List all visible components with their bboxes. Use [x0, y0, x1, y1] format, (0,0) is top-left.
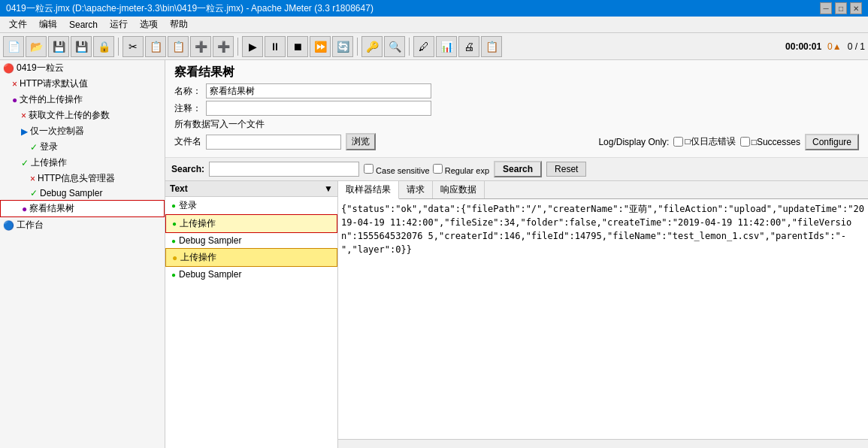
sidebar-item-http-default[interactable]: × HTTP请求默认值	[0, 76, 165, 92]
sidebar-item-get-params[interactable]: × 获取文件上传的参数	[0, 107, 165, 123]
sidebar-item-view-results[interactable]: ● 察看结果树	[0, 200, 165, 217]
comment-input[interactable]	[206, 101, 431, 116]
menu-options[interactable]: 选项	[134, 17, 164, 32]
sidebar-item-workspace[interactable]: 🔵 工作台	[0, 217, 165, 233]
debug1-result-label: Debug Sampler	[179, 235, 241, 246]
results-panel: Text ▼ ● 登录 ● 上传操作 ● Debug Sampler ●	[165, 181, 868, 448]
collapse-arrow[interactable]: ▼	[324, 183, 333, 194]
search-button[interactable]: Search	[494, 161, 542, 177]
tab-sampler-result[interactable]: 取样器结果	[338, 181, 399, 199]
result-login[interactable]: ● 登录	[165, 197, 337, 214]
toolbar-save[interactable]: 💾	[48, 36, 69, 57]
upload-op-icon: ✓	[21, 158, 29, 168]
sidebar-item-login[interactable]: ✓ 登录	[0, 139, 165, 155]
filename-row: 文件名 浏览 Log/Display Only: □仅日志错误 □Success…	[174, 133, 859, 150]
toolbar-pause[interactable]: ⏸	[265, 36, 286, 57]
toolbar-jmeter-properties[interactable]: 🖨	[458, 36, 479, 57]
toolbar-cut[interactable]: ✂	[122, 36, 144, 57]
sidebar-item-debug-sampler[interactable]: ✓ Debug Sampler	[0, 186, 165, 200]
result-debug2[interactable]: ● Debug Sampler	[165, 267, 337, 282]
menu-run[interactable]: 运行	[104, 17, 134, 32]
toolbar-paste[interactable]: 📋	[168, 36, 189, 57]
result-tabs: 取样器结果 请求 响应数据	[338, 181, 868, 199]
close-button[interactable]: ✕	[850, 2, 862, 14]
log-errors-checkbox-label[interactable]: □仅日志错误	[673, 135, 735, 148]
toolbar-open[interactable]: 📂	[26, 36, 47, 57]
sidebar-item-file-upload[interactable]: ● 文件的上传操作	[0, 92, 165, 107]
toolbar-log-viewer[interactable]: 📋	[481, 36, 502, 57]
toolbar-new[interactable]: 📄	[3, 36, 24, 57]
toolbar-copy[interactable]: 📋	[145, 36, 166, 57]
comment-row: 注释：	[174, 101, 859, 116]
regular-exp-label[interactable]: Regular exp	[433, 164, 489, 175]
toolbar-expand[interactable]: ➕	[190, 36, 211, 57]
debug2-status-dot: ●	[171, 271, 176, 279]
sidebar-item-once-ctrl[interactable]: ▶ 仅一次控制器	[0, 123, 165, 139]
toolbar-play[interactable]: ▶	[242, 36, 263, 57]
upload1-status-dot: ●	[172, 219, 177, 228]
toolbar-collapse[interactable]: ➕	[213, 36, 234, 57]
menu-bar: 文件 编辑 Search 运行 选项 帮助	[0, 17, 868, 33]
toolbar-revert[interactable]: 🔒	[93, 36, 114, 57]
sidebar-item-http-header[interactable]: × HTTP信息头管理器	[0, 171, 165, 186]
login-result-label: 登录	[179, 199, 197, 212]
search-bar: Search: Case sensitive Regular exp Searc…	[165, 158, 868, 181]
view-results-label: 察看结果树	[29, 202, 74, 215]
toolbar-save-all[interactable]: 💾	[71, 36, 92, 57]
name-label: 名称：	[174, 85, 201, 98]
view-results-icon: ●	[22, 204, 27, 214]
name-input[interactable]	[206, 83, 431, 98]
response-content: {"status":"ok","data":{"filePath":"/","c…	[338, 199, 868, 439]
log-successes-checkbox-label[interactable]: □Successes	[740, 137, 800, 147]
maximize-button[interactable]: □	[835, 2, 847, 14]
get-params-icon: ×	[21, 110, 26, 121]
menu-help[interactable]: 帮助	[164, 17, 194, 32]
toolbar-function[interactable]: 🖊	[413, 36, 434, 57]
workspace-label: 工作台	[17, 219, 44, 232]
menu-search[interactable]: Search	[63, 18, 104, 32]
content-area: 察看结果树 名称： 注释： 所有数据写入一个文件 文件名 浏览 Log/Disp…	[165, 60, 868, 448]
status-time: 00:00:01	[785, 41, 821, 52]
regular-exp-checkbox[interactable]	[433, 164, 443, 174]
once-ctrl-icon: ▶	[21, 126, 28, 137]
browse-button[interactable]: 浏览	[346, 133, 376, 150]
http-header-icon: ×	[30, 174, 35, 184]
horizontal-scrollbar[interactable]	[338, 439, 868, 448]
separator-2	[237, 38, 238, 56]
file-upload-icon: ●	[12, 95, 17, 105]
search-input[interactable]	[209, 162, 359, 177]
menu-edit[interactable]: 编辑	[33, 17, 63, 32]
case-sensitive-label[interactable]: Case sensitive	[364, 164, 430, 175]
tab-response-data[interactable]: 响应数据	[433, 181, 485, 198]
file-upload-label: 文件的上传操作	[20, 93, 83, 106]
minimize-button[interactable]: ─	[820, 2, 832, 14]
log-errors-checkbox[interactable]	[673, 137, 683, 147]
toolbar-stop-now[interactable]: ⏩	[310, 36, 331, 57]
menu-file[interactable]: 文件	[3, 17, 33, 32]
case-sensitive-checkbox[interactable]	[364, 164, 374, 174]
login-icon: ✓	[30, 142, 38, 153]
response-panel: 取样器结果 请求 响应数据 {"status":"ok","data":{"fi…	[338, 181, 868, 448]
result-debug1[interactable]: ● Debug Sampler	[165, 233, 337, 248]
reset-button[interactable]: Reset	[546, 162, 586, 177]
toolbar-remote[interactable]: 🔑	[361, 36, 383, 57]
result-upload2[interactable]: ● 上传操作	[165, 248, 337, 267]
root-label: 0419一粒云	[17, 62, 64, 74]
sidebar-item-root[interactable]: 🔴 0419一粒云	[0, 60, 165, 76]
toolbar-templates[interactable]: 🔍	[384, 36, 405, 57]
tab-request[interactable]: 请求	[399, 181, 433, 198]
http-default-icon: ×	[12, 79, 17, 89]
upload1-result-label: 上传操作	[180, 217, 216, 230]
toolbar-stop[interactable]: ⏹	[287, 36, 308, 57]
sidebar-item-upload-op[interactable]: ✓ 上传操作	[0, 155, 165, 171]
result-upload1[interactable]: ● 上传操作	[165, 214, 337, 233]
configure-button[interactable]: Configure	[805, 134, 859, 150]
toolbar-clear[interactable]: 🔄	[332, 36, 353, 57]
filename-input[interactable]	[206, 135, 341, 150]
toolbar-plugins[interactable]: 📊	[436, 36, 457, 57]
root-icon: 🔴	[3, 63, 14, 74]
search-label: Search:	[171, 164, 204, 174]
log-successes-checkbox[interactable]	[740, 137, 750, 147]
upload2-status-dot: ●	[172, 253, 177, 263]
once-ctrl-label: 仅一次控制器	[30, 125, 84, 138]
